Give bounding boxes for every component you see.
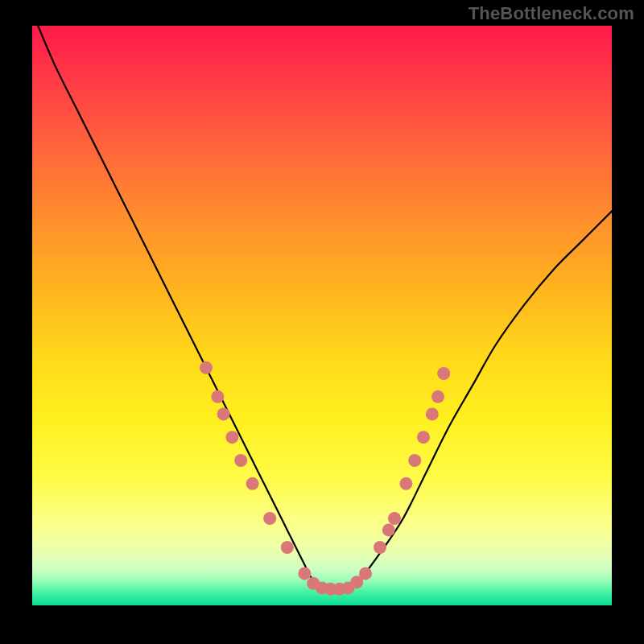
curve-marker (431, 390, 444, 403)
chart-plot-area (32, 26, 612, 605)
curve-marker (200, 361, 213, 374)
watermark-text: TheBottleneck.com (469, 3, 634, 24)
curve-marker (217, 407, 230, 420)
bottleneck-curve-path (38, 26, 612, 591)
curve-marker (211, 390, 224, 403)
curve-marker (281, 541, 294, 554)
curve-marker (234, 454, 247, 467)
curve-marker (426, 407, 439, 420)
curve-marker (359, 567, 372, 580)
curve-marker (263, 512, 276, 525)
curve-marker (437, 367, 450, 380)
curve-marker (417, 431, 430, 444)
curve-marker (408, 454, 421, 467)
curve-marker (399, 477, 412, 490)
curve-marker (225, 431, 238, 444)
curve-svg (32, 26, 612, 605)
curve-marker (388, 512, 401, 525)
curve-marker (246, 477, 259, 490)
curve-marker (382, 523, 395, 536)
curve-marker (298, 567, 311, 580)
curve-marker (374, 541, 386, 554)
